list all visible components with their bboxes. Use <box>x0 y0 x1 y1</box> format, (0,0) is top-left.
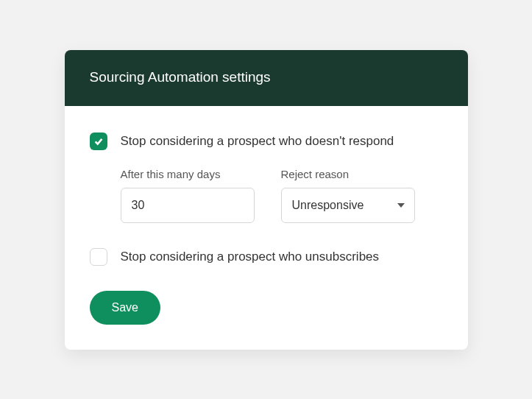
days-label: After this many days <box>121 168 255 180</box>
reason-label: Reject reason <box>281 168 415 180</box>
reason-field: Reject reason Unresponsive <box>281 168 415 223</box>
stop-no-response-checkbox[interactable] <box>90 133 107 150</box>
stop-unsubscribe-label: Stop considering a prospect who unsubscr… <box>121 250 380 264</box>
card-header: Sourcing Automation settings <box>65 50 468 106</box>
settings-card: Sourcing Automation settings Stop consid… <box>65 50 468 350</box>
days-field: After this many days <box>121 168 255 223</box>
reason-select-value: Unresponsive <box>292 199 364 212</box>
check-icon <box>93 136 104 146</box>
save-button[interactable]: Save <box>90 291 160 325</box>
days-input[interactable] <box>121 188 255 223</box>
stop-unsubscribe-checkbox[interactable] <box>90 248 107 266</box>
stop-unsubscribe-row: Stop considering a prospect who unsubscr… <box>90 248 443 266</box>
reason-select-wrapper: Unresponsive <box>281 188 415 223</box>
reason-select[interactable]: Unresponsive <box>281 188 415 223</box>
no-response-fields: After this many days Reject reason Unres… <box>121 168 443 223</box>
stop-no-response-row: Stop considering a prospect who doesn't … <box>90 133 443 150</box>
stop-no-response-label: Stop considering a prospect who doesn't … <box>121 134 394 149</box>
card-title: Sourcing Automation settings <box>90 69 271 85</box>
card-body: Stop considering a prospect who doesn't … <box>65 106 468 350</box>
